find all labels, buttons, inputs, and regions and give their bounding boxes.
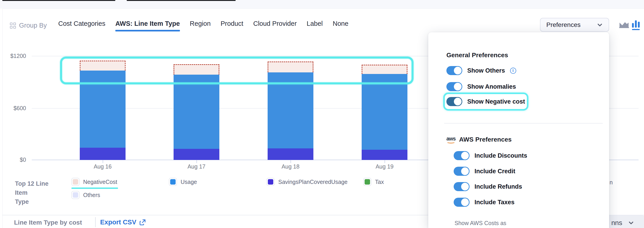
negative-cost-highlight-box — [60, 57, 414, 84]
legend-swatch-savingsplancoveredusage — [266, 178, 275, 186]
general-preferences-header: General Preferences — [446, 52, 508, 59]
include-credit-row: Include Credit — [454, 167, 515, 176]
y-tick-600: $600 — [4, 105, 26, 112]
external-link-icon — [139, 219, 146, 226]
x-tick-mark — [103, 160, 103, 163]
include-discounts-toggle[interactable] — [454, 151, 470, 160]
legend-item-usage[interactable]: Usage — [169, 178, 197, 186]
legend-swatch-usage — [169, 178, 177, 186]
x-tick-label-aug-19: Aug 19 — [362, 163, 408, 170]
include-refunds-row: Include Refunds — [454, 182, 522, 191]
x-tick-mark — [290, 160, 291, 163]
bar-chart-toggle-icon-active[interactable] — [632, 20, 640, 30]
legend-item-tax[interactable]: Tax — [363, 178, 384, 186]
info-icon[interactable]: i — [510, 68, 516, 74]
bar-0-savingsplancoveredusage[interactable] — [80, 148, 126, 160]
legend-item-hidden-fragment: n — [610, 179, 613, 186]
panel-divider — [444, 123, 603, 123]
bar-2-savingsplancoveredusage[interactable] — [268, 148, 314, 160]
x-tick-mark — [196, 160, 197, 163]
tab-aws-line-item-type[interactable]: AWS: Line Item Type — [115, 20, 180, 31]
group-by-tabs: Cost Categories AWS: Line Item Type Regi… — [58, 20, 348, 31]
y-tick-1200: $1200 — [4, 53, 26, 59]
bar-1-usage[interactable] — [174, 75, 219, 149]
legend-swatch-negativecost — [72, 178, 80, 186]
include-discounts-row: Include Discounts — [454, 151, 527, 160]
show-anomalies-toggle[interactable] — [446, 82, 462, 91]
show-others-row: Show Others i — [446, 66, 516, 75]
include-taxes-row: Include Taxes — [454, 198, 514, 207]
window-top-edge-right — [127, 0, 236, 1]
include-refunds-toggle[interactable] — [454, 182, 470, 191]
bar-3-usage[interactable] — [362, 74, 408, 150]
x-tick-label-aug-16: Aug 16 — [80, 163, 126, 170]
export-csv-link[interactable]: Export CSV — [100, 219, 146, 226]
footer-vertical-separator — [95, 217, 96, 227]
bar-3-savingsplancoveredusage[interactable] — [362, 150, 408, 160]
legend-item-savingsplancoveredusage[interactable]: SavingsPlanCoveredUsage — [266, 178, 348, 186]
x-tick-mark — [384, 160, 385, 163]
y-tick-0: $0 — [4, 156, 26, 163]
include-credit-toggle[interactable] — [454, 167, 470, 176]
group-by-label-block: Group By — [10, 22, 47, 29]
include-taxes-toggle[interactable] — [454, 198, 470, 207]
aws-preferences-header-row: aws AWS Preferences — [446, 136, 512, 143]
group-by-grid-icon — [10, 23, 16, 28]
show-negative-cost-toggle[interactable] — [446, 97, 462, 106]
legend-title: Top 12 Line ItemType — [15, 179, 60, 206]
show-others-toggle[interactable] — [446, 66, 462, 75]
x-tick-label-aug-18: Aug 18 — [268, 163, 314, 170]
legend-item-negativecost[interactable]: NegativeCost — [72, 178, 117, 186]
tab-cost-categories[interactable]: Cost Categories — [58, 20, 105, 31]
legend-item-others[interactable]: Others — [72, 191, 100, 199]
bar-1-savingsplancoveredusage[interactable] — [174, 149, 219, 160]
tab-product[interactable]: Product — [221, 20, 243, 31]
bar-chart-active-underline — [632, 29, 640, 30]
chevron-down-icon — [597, 22, 603, 28]
aws-preferences-header: AWS Preferences — [459, 136, 512, 143]
legend-swatch-tax — [363, 178, 372, 186]
legend-negativecost-underline — [72, 188, 118, 189]
aws-logo-icon: aws — [446, 136, 456, 143]
show-anomalies-row: Show Anomalies — [446, 82, 516, 91]
preferences-button-label: Preferences — [546, 21, 580, 28]
show-negative-cost-row: Show Negative cost — [446, 97, 525, 106]
page-top-strip — [0, 0, 644, 8]
chevron-down-icon — [628, 220, 634, 226]
tab-region[interactable]: Region — [190, 20, 211, 31]
window-top-edge-left — [2, 0, 115, 1]
tab-none[interactable]: None — [333, 20, 348, 31]
legend-swatch-others — [72, 191, 80, 199]
tab-label[interactable]: Label — [306, 20, 323, 31]
area-chart-toggle-icon[interactable] — [619, 20, 629, 29]
preferences-dropdown-button[interactable]: Preferences — [540, 18, 609, 32]
section-title: Line Item Type by cost — [14, 219, 82, 226]
tab-cloud-provider[interactable]: Cloud Provider — [253, 20, 296, 31]
x-tick-label-aug-17: Aug 17 — [174, 163, 219, 170]
group-by-label: Group By — [19, 22, 47, 29]
show-aws-costs-as-label: Show AWS Costs as — [454, 220, 506, 227]
